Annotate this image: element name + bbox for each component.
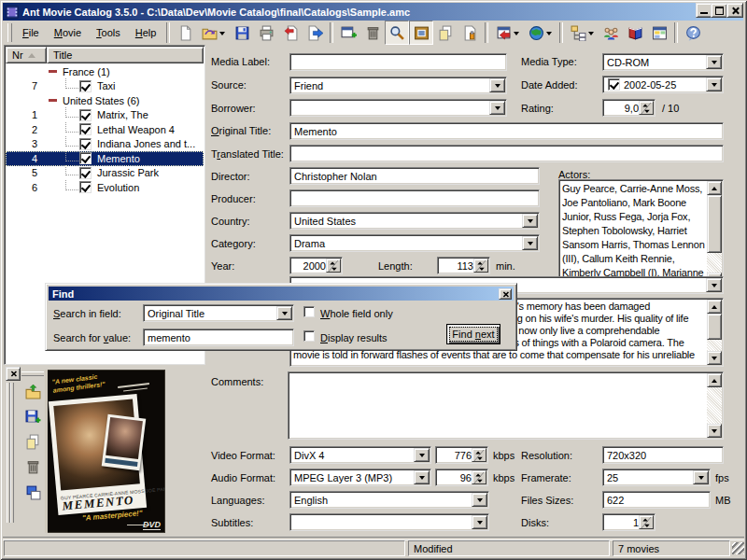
length-spinner[interactable]: 113 [437,257,490,274]
preferences-button[interactable] [647,21,671,45]
internet-button[interactable] [524,21,557,45]
media-label-input[interactable] [289,53,507,71]
chevron-down-icon[interactable] [472,493,487,507]
source-combo[interactable]: Friend [289,77,507,94]
movie-checkbox[interactable] [79,138,92,150]
scroll-up-button[interactable] [707,181,722,195]
renumber-button[interactable] [458,21,482,45]
loans-button[interactable] [599,21,623,45]
spin-updown-icon[interactable] [639,515,654,529]
spin-updown-icon[interactable] [639,101,654,115]
print-button[interactable] [254,21,278,45]
group-tree-button[interactable] [566,21,599,45]
spin-updown-icon[interactable] [472,448,486,462]
help-button[interactable] [681,21,705,45]
open-catalog-button[interactable] [197,21,230,45]
search-for-value-input[interactable]: memento [143,329,294,346]
find-button[interactable] [385,21,409,45]
spin-updown-icon[interactable] [472,470,486,484]
scroll-thumb[interactable] [707,314,722,340]
video-format-combo[interactable]: DivX 4 [289,446,431,464]
delete-movie-button[interactable] [360,21,385,45]
save-catalog-button[interactable] [230,21,254,45]
audio-format-combo[interactable]: MPEG Layer 3 (MP3) [289,469,431,486]
copy-picture-button[interactable] [22,431,43,452]
collapse-icon[interactable] [49,67,57,76]
find-next-button[interactable]: Find next [446,324,500,344]
chevron-down-icon[interactable] [276,306,292,320]
description-scrollbar[interactable] [707,300,722,365]
comments-scrollbar[interactable] [707,373,722,438]
scroll-thumb[interactable] [707,195,722,253]
search-in-field-combo[interactable]: Original Title [143,304,294,322]
chevron-down-icon[interactable] [706,278,722,292]
rating-spinner[interactable]: 9,0 [602,99,655,117]
add-movie-button[interactable] [336,21,360,45]
media-type-combo[interactable]: CD-ROM [602,53,724,71]
movie-checkbox[interactable] [79,152,92,164]
menu-movie[interactable]: Movie [47,23,89,42]
import-button[interactable] [278,21,303,45]
tree-movie-row[interactable]: 5Jurassic Park [6,166,204,181]
copy-movie-button[interactable] [433,21,458,45]
save-picture-button[interactable] [22,406,43,427]
framerate-combo[interactable]: 25 [602,469,711,486]
video-bitrate-spinner[interactable]: 776 [435,446,488,464]
tree-group-row[interactable]: France (1) [6,64,204,79]
chevron-down-icon[interactable] [706,55,722,69]
column-header-title[interactable]: Title [47,47,204,63]
menu-file[interactable]: File [15,23,47,42]
tree-movie-row[interactable]: 3Indiana Jones and t... [6,137,204,152]
resolution-input[interactable]: 720x320 [602,446,724,464]
picture-button[interactable] [409,21,433,45]
scroll-up-button[interactable] [707,373,722,387]
movie-checkbox[interactable] [79,181,92,193]
close-picture-panel-button[interactable] [6,367,21,381]
collapse-icon[interactable] [49,96,57,105]
find-dialog-close-button[interactable] [499,288,512,300]
chevron-down-icon[interactable] [472,515,487,529]
tree-movie-row[interactable]: 7Taxi [6,79,204,94]
chevron-down-icon[interactable] [414,448,430,462]
chevron-down-icon[interactable] [489,101,505,115]
picture-toolbar-grip-vertical[interactable] [10,383,14,523]
spin-updown-icon[interactable] [326,259,341,273]
column-header-nr[interactable]: Nr [6,47,47,63]
spin-updown-icon[interactable] [473,259,488,273]
load-picture-button[interactable] [22,381,43,401]
menu-tools[interactable]: Tools [89,23,128,42]
chevron-down-icon[interactable] [522,236,538,250]
original-title-input[interactable]: Memento [289,122,724,140]
delete-picture-button[interactable] [22,456,43,477]
chevron-down-icon[interactable] [522,214,538,228]
tree-movie-row[interactable]: 1Matrix, The [6,108,204,123]
scroll-down-button[interactable] [707,351,722,365]
scroll-down-button[interactable] [707,424,722,438]
producer-input[interactable] [289,189,540,207]
close-button[interactable] [726,3,743,18]
chevron-down-icon[interactable] [706,77,722,91]
comments-box[interactable] [288,371,724,440]
menu-help[interactable]: Help [128,23,164,42]
translated-title-input[interactable] [289,145,724,162]
display-results-checkbox[interactable] [303,330,315,342]
toolbar-grip[interactable] [7,23,12,42]
borrower-combo[interactable] [289,99,507,117]
category-combo[interactable]: Drama [289,234,540,252]
statistics-button[interactable] [623,21,647,45]
tree-movie-row[interactable]: 2Lethal Weapon 4 [6,122,204,137]
chevron-down-icon[interactable] [414,470,430,484]
movie-checkbox[interactable] [79,109,92,121]
title-bar[interactable]: Ant Movie Catalog 3.5.0 - C:\Data\Dev\Mo… [3,3,743,21]
country-combo[interactable]: United States [289,212,540,230]
actors-listbox[interactable]: Guy Pearce, Carrie-Anne Moss,Joe Pantoli… [558,179,724,288]
picture-toolbar-grip[interactable] [21,371,44,376]
subtitles-combo[interactable] [289,513,489,531]
whole-field-only-checkbox[interactable] [303,306,315,317]
date-added-picker[interactable]: 2002-05-25 [602,76,724,93]
movie-checkbox[interactable] [79,80,92,92]
date-checkbox[interactable] [608,78,620,91]
chevron-down-icon[interactable] [489,78,505,92]
movie-checkbox[interactable] [79,123,92,135]
tree-movie-row[interactable]: 6Evolution [6,180,204,195]
